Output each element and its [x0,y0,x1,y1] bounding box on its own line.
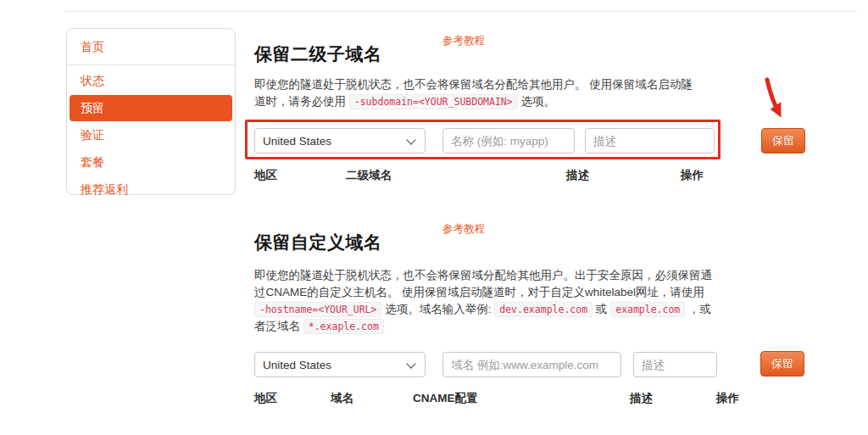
tutorial-link-subdomain[interactable]: 参考教程 [442,34,485,48]
custom-description-text3: 或 [593,303,610,315]
custom-description-text1: 即使您的隧道处于脱机状态，也不会将保留域分配给其他用户。出于安全原因，必须保留通… [254,269,712,298]
column-header-description: 描述 [566,168,589,183]
subdomain-name-input[interactable] [442,128,575,153]
reserve-subdomain-button[interactable]: 保留 [761,128,805,153]
annotation-arrow-icon [760,76,788,120]
section-title-custom-domain: 保留自定义域名 [254,231,382,254]
sidebar-item-status[interactable]: 状态 [70,68,232,94]
column-header-region: 地区 [254,391,277,406]
column-header-actions: 操作 [716,391,739,406]
custom-domain-description-input[interactable] [633,352,717,377]
region-select-wrap-2: United States [254,352,426,377]
sidebar-nav: 状态 预留 验证 套餐 推荐返利 [67,65,235,203]
column-header-domain: 域名 [331,391,353,406]
subdomain-description: 即使您的隧道处于脱机状态，也不会将保留域名分配给其他用户。 使用保留域名启动隧道… [254,76,701,111]
inline-code-wildcard: *.exaple.com [303,319,384,334]
inline-code-hostname-option: -hostname=<YOUR_URL> [254,302,381,317]
section-title-subdomain: 保留二级子域名 [254,42,382,66]
column-header-subdomain: 二级域名 [346,168,392,183]
region-select-wrap: United States [254,128,426,153]
region-select-2[interactable]: United States [254,352,426,377]
sidebar-item-home[interactable]: 首页 [67,29,235,65]
column-header-description: 描述 [630,391,653,406]
sidebar-item-reserved[interactable]: 预留 [70,95,232,121]
region-select[interactable]: United States [254,128,426,153]
subdomain-description-input[interactable] [585,128,715,153]
column-header-region: 地区 [254,168,277,183]
tutorial-link-custom-domain[interactable]: 参考教程 [442,222,485,237]
sidebar-item-plans[interactable]: 套餐 [70,149,232,176]
column-header-actions: 操作 [681,168,704,183]
reserve-custom-domain-button[interactable]: 保留 [760,351,804,376]
sidebar-item-verify[interactable]: 验证 [70,122,232,148]
sidebar: 首页 状态 预留 验证 套餐 推荐返利 [66,28,236,195]
inline-code-example: example.com [610,302,685,317]
page-top-divider [64,11,856,12]
subdomain-description-text2: 选项。 [518,95,555,108]
custom-domain-input[interactable] [442,352,621,377]
inline-code-subdomain-option: -subdomain=<YOUR_SUBDOMAIN> [349,94,518,109]
column-header-cname-config: CNAME配置 [413,391,478,406]
sidebar-item-referral[interactable]: 推荐返利 [70,176,232,203]
inline-code-example-dev: dev.example.com [494,302,593,317]
custom-domain-description: 即使您的隧道处于脱机状态，也不会将保留域分配给其他用户。出于安全原因，必须保留通… [254,267,720,336]
custom-description-text2: 选项。域名输入举例: [381,303,494,315]
